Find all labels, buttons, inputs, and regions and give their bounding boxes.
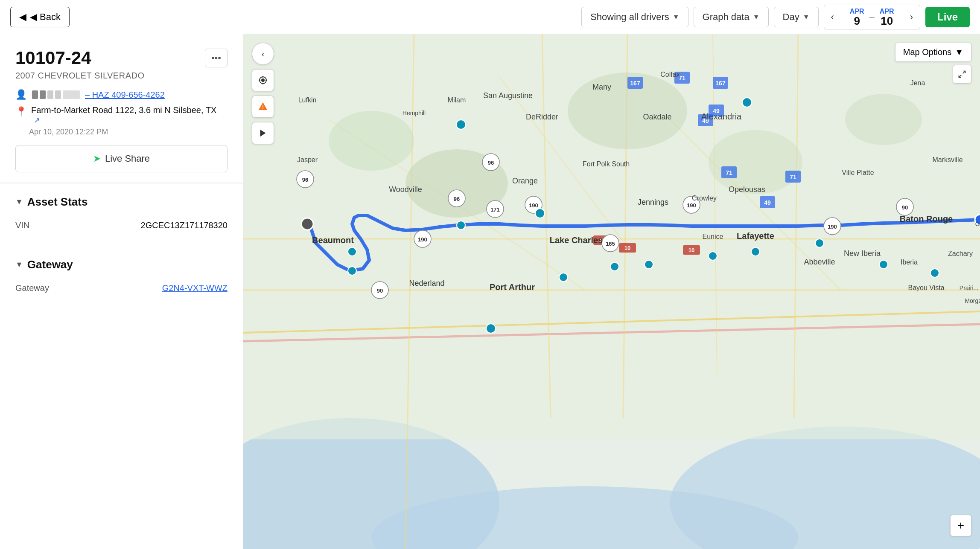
live-label: Live (937, 11, 958, 23)
date-nav: ‹ APR 9 – APR 10 › (824, 5, 920, 29)
svg-text:Orange: Orange (512, 177, 538, 185)
svg-text:190: 190 (418, 236, 427, 243)
svg-text:Jasper: Jasper (297, 156, 318, 163)
svg-point-30 (751, 247, 760, 256)
svg-text:Beaumont: Beaumont (312, 235, 354, 245)
asset-stats-title: Asset Stats (27, 195, 88, 209)
svg-point-25 (457, 221, 465, 229)
play-icon (258, 128, 268, 138)
asset-stats-header[interactable]: ▼ Asset Stats (15, 195, 228, 209)
driver-phone[interactable]: – HAZ 409-656-4262 (85, 90, 165, 100)
svg-text:167: 167 (630, 80, 640, 87)
bar-4 (55, 90, 61, 99)
location-address: Farm-to-Market Road 1122, 3.6 mi N Silsb… (31, 105, 216, 115)
gateway-title: Gateway (27, 258, 73, 271)
date-from-month: APR (850, 8, 864, 15)
map-back-button[interactable]: ‹ (252, 43, 274, 65)
live-button[interactable]: Live (925, 7, 970, 27)
svg-point-27 (610, 262, 619, 271)
svg-text:San Augustine: San Augustine (483, 91, 533, 100)
chevron-down-icon: ▼ (15, 198, 23, 206)
svg-text:Iberia: Iberia (901, 259, 918, 266)
svg-text:Morgan...: Morgan... (965, 297, 980, 304)
alert-button[interactable]: ! (252, 96, 274, 118)
svg-point-116 (486, 324, 496, 333)
fullscreen-button[interactable] (953, 65, 971, 84)
chevron-down-icon: ▼ (955, 47, 963, 57)
next-date-button[interactable]: › (903, 7, 920, 27)
gateway-header[interactable]: ▼ Gateway (15, 258, 228, 271)
day-label: Day (783, 12, 799, 23)
back-button[interactable]: ◀ ◀ Back (10, 7, 70, 27)
driver-row: 👤 – HAZ 409-656-4262 (15, 89, 228, 100)
date-to-day: 10 (881, 15, 893, 26)
date-from: APR 9 (850, 8, 864, 26)
bar-5 (63, 90, 80, 99)
date-separator: – (869, 12, 875, 23)
main-content: 10107-24 ••• 2007 CHEVROLET SILVERADO 👤 … (0, 34, 980, 549)
svg-text:Lake Charles: Lake Charles (550, 235, 603, 245)
map-left-controls: ‹ ! (252, 43, 274, 144)
showing-drivers-label: Showing all drivers (590, 12, 669, 23)
svg-text:Oakdale: Oakdale (643, 113, 671, 121)
external-link-icon[interactable]: ↗ (34, 116, 40, 125)
play-button[interactable] (252, 122, 274, 144)
svg-text:Bayou Vista: Bayou Vista (908, 284, 944, 291)
svg-point-113 (742, 98, 752, 107)
svg-text:Zachary: Zachary (948, 250, 973, 257)
svg-text:96: 96 (454, 196, 460, 202)
svg-point-115 (535, 209, 545, 218)
svg-text:Eunice: Eunice (703, 233, 723, 240)
svg-text:Prairi...: Prairi... (960, 285, 978, 291)
graph-data-label: Graph data (703, 12, 750, 23)
location-date: Apr 10, 2020 12:22 PM (29, 128, 228, 137)
svg-text:Woodville: Woodville (389, 185, 422, 194)
svg-text:Colfax: Colfax (660, 71, 680, 78)
send-icon: ➤ (93, 153, 101, 164)
svg-text:190: 190 (687, 202, 696, 209)
svg-text:!: ! (262, 105, 264, 110)
vehicle-header: 10107-24 ••• 2007 CHEVROLET SILVERADO 👤 … (0, 34, 243, 183)
svg-text:96: 96 (488, 160, 494, 166)
gateway-row: Gateway G2N4-VXT-WWZ (15, 280, 228, 296)
bar-3 (47, 90, 53, 99)
target-icon (258, 75, 268, 85)
svg-text:Crowley: Crowley (692, 195, 717, 202)
bar-1 (32, 90, 38, 99)
more-options-icon: ••• (211, 52, 221, 63)
svg-text:Jennings: Jennings (638, 198, 668, 206)
prev-date-button[interactable]: ‹ (824, 7, 841, 27)
svg-text:90: 90 (377, 288, 383, 294)
svg-point-23 (348, 247, 356, 256)
svg-text:Hemphill: Hemphill (402, 110, 426, 116)
svg-text:10: 10 (624, 245, 630, 251)
svg-point-21 (845, 94, 922, 145)
driver-bars (32, 90, 80, 99)
svg-point-118 (262, 79, 264, 81)
day-dropdown[interactable]: Day ▼ (774, 7, 819, 27)
map-options-label: Map Options (903, 47, 951, 57)
zoom-in-button[interactable]: + (950, 515, 971, 536)
svg-text:Many: Many (592, 83, 611, 91)
target-location-button[interactable] (252, 69, 274, 91)
svg-point-114 (456, 120, 466, 129)
showing-drivers-dropdown[interactable]: Showing all drivers ▼ (581, 7, 688, 27)
gateway-section: ▼ Gateway Gateway G2N4-VXT-WWZ (0, 246, 243, 308)
graph-data-dropdown[interactable]: Graph data ▼ (694, 7, 769, 27)
svg-text:Abbeville: Abbeville (804, 258, 835, 266)
svg-text:Nederland: Nederland (409, 279, 444, 288)
svg-point-22 (301, 218, 313, 230)
gateway-value[interactable]: G2N4-VXT-WWZ (162, 283, 228, 293)
svg-point-28 (645, 260, 653, 269)
svg-text:Marksville: Marksville (932, 156, 962, 163)
chevron-down-icon: ▼ (753, 13, 760, 21)
map-options-button[interactable]: Map Options ▼ (895, 43, 971, 62)
chevron-down-icon: ▼ (803, 13, 810, 21)
more-options-button[interactable]: ••• (205, 49, 228, 67)
svg-text:96: 96 (302, 177, 308, 183)
svg-text:Milam: Milam (448, 96, 466, 104)
live-share-button[interactable]: ➤ Live Share (15, 145, 228, 172)
svg-text:49: 49 (764, 199, 771, 206)
svg-text:Go...: Go... (975, 221, 980, 227)
vehicle-model: 2007 CHEVROLET SILVERADO (15, 71, 228, 81)
